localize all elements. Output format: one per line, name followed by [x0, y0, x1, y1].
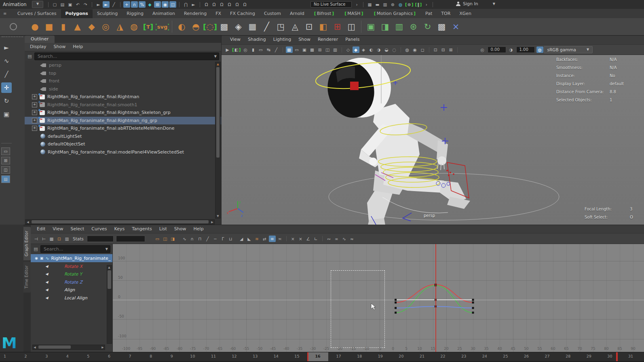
pre-infinity-cycle-icon[interactable]: ∾ [325, 236, 332, 242]
spline-tangent-icon[interactable]: ∩ [189, 236, 196, 242]
mirror-icon[interactable]: ◨ [378, 20, 392, 34]
stats-value-field[interactable] [116, 236, 145, 242]
resolution-gate-icon[interactable]: ▣ [301, 46, 308, 53]
shelf-tab-custom[interactable]: Custom [260, 9, 285, 18]
frame-19[interactable]: 19 [372, 354, 389, 358]
grid-toggle-icon[interactable]: ▦ [286, 46, 293, 53]
frame-22[interactable]: 22 [435, 354, 451, 358]
curve-smoothness-icon[interactable]: ∿ [341, 236, 348, 242]
poly-cone-icon[interactable]: ▲ [71, 20, 84, 34]
layout-pane-attr-icon[interactable]: ◫ [1, 166, 10, 174]
snap-projected-center-icon[interactable]: ◆ [146, 1, 153, 8]
expand-inputs-icon[interactable]: › [353, 1, 360, 8]
render-view-icon[interactable]: ▦ [366, 1, 373, 8]
scroll-left-icon[interactable]: ◀ [26, 220, 30, 224]
outliner-item-rightman-rig-foranimate-final-rightman-rig-grp[interactable]: +RightMan_Rig_foranimate_final:Rightman_… [25, 117, 221, 125]
motion-blur-icon[interactable]: ◌ [391, 46, 398, 53]
shelf-options-icon[interactable] [10, 23, 17, 30]
step-tangent-icon[interactable]: Γ [220, 236, 226, 242]
frame-12[interactable]: 12 [226, 354, 243, 358]
new-scene-icon[interactable]: ▢ [51, 1, 58, 8]
keyframe[interactable] [395, 299, 397, 301]
frame-5[interactable]: 5 [80, 354, 96, 358]
poly-cube-icon[interactable]: ■ [42, 20, 56, 34]
keyframe[interactable] [395, 307, 397, 309]
bridge-icon[interactable]: ◧ [317, 20, 330, 34]
vertical-scrollbar[interactable]: ▲▼ [215, 62, 221, 219]
poly-type-icon[interactable]: T [141, 20, 155, 34]
horizontal-scrollbar[interactable]: ◀ ▶ [32, 345, 105, 350]
frame-11[interactable]: 11 [205, 354, 222, 358]
isolate-select-icon[interactable]: ◻ [419, 46, 426, 53]
shelf-tab-polygons[interactable]: Polygons [61, 9, 93, 18]
expand-toggle-icon[interactable]: + [32, 126, 37, 131]
visibility-icon[interactable]: ◉ [35, 256, 38, 260]
outliner-item-rightman-rig-foranimate-final-modelpanel4viewselectedset[interactable]: RightMan_Rig_foranimate_final:modelPanel… [25, 148, 221, 156]
mute-toggle-icon[interactable]: ◀ [45, 264, 48, 268]
graph-editor-menu-select[interactable]: Select [67, 225, 88, 233]
safe-title-icon[interactable]: ▥ [332, 46, 339, 53]
layout-four-pane-icon[interactable]: ⊞ [1, 157, 10, 164]
outliner-item-side[interactable]: side [25, 85, 221, 93]
frame-18[interactable]: 18 [351, 354, 367, 358]
outliner-tab[interactable]: Outliner [25, 36, 55, 43]
safe-action-icon[interactable]: ◫ [324, 46, 331, 53]
value-snap-icon[interactable]: ≍ [277, 236, 283, 242]
expand-toggle-icon[interactable]: + [32, 94, 37, 99]
flat-tangent-icon[interactable]: ─ [212, 236, 219, 242]
frame-17[interactable]: 17 [331, 354, 347, 358]
frame-14[interactable]: 14 [268, 354, 284, 358]
channel-rotate-x[interactable]: ◀Rotate X [31, 262, 112, 270]
make-live-icon[interactable]: ◉ [162, 1, 169, 8]
channel-tree-root[interactable]: ◉ ▣ ∿ RightMan_Rig_foranimate_ [31, 254, 112, 262]
free-tangent-weight-icon[interactable]: ∠ [305, 236, 312, 242]
lock-tangent-weight-icon[interactable]: ∟ [312, 236, 319, 242]
highlight-selection-icon[interactable]: ► [190, 1, 197, 8]
expand-outputs-icon[interactable]: › [423, 1, 430, 8]
contrast-icon[interactable]: ◑ [508, 46, 515, 53]
snap-point-icon[interactable]: % [139, 1, 146, 8]
symmetry-icon[interactable]: ◫ [169, 1, 176, 8]
poly-pipe-icon[interactable]: ◍ [127, 20, 141, 34]
graph-editor-menu-view[interactable]: View [49, 225, 67, 233]
paint-select-icon[interactable]: ╱ [110, 1, 117, 8]
lock-selection-icon[interactable]: ⋂ [182, 1, 189, 8]
camera-attributes-icon[interactable]: ◎ [242, 46, 249, 53]
channel-search-input[interactable] [40, 245, 110, 253]
undo-icon[interactable]: ↶ [74, 1, 81, 8]
rotate-tool-icon[interactable]: ↻ [1, 96, 12, 106]
outliner-item-persp[interactable]: persp [25, 61, 221, 69]
mute-toggle-icon[interactable]: ◀ [45, 272, 48, 276]
shelf-tab-motion-graphics[interactable]: [Motion Graphics] [369, 9, 421, 18]
lattice-deform-keys-icon[interactable]: ▦ [48, 236, 55, 242]
snap-magnet-center-icon[interactable]: Ω [234, 1, 241, 8]
channel-rotate-z[interactable]: ◀Rotate Z [31, 278, 112, 286]
mute-toggle-icon[interactable]: ◀ [45, 288, 48, 292]
poly-sphere-icon[interactable]: ● [28, 20, 42, 34]
field-chart-icon[interactable]: ⊞ [317, 46, 323, 53]
frame-8[interactable]: 8 [143, 354, 159, 358]
unify-tangents-icon[interactable]: × [297, 236, 304, 242]
poly-torus-icon[interactable]: ◎ [99, 20, 112, 34]
outliner-item-front[interactable]: front [25, 77, 221, 85]
outliner-menu-display[interactable]: Display [26, 43, 50, 51]
side-tab-time-editor[interactable]: Time Editor [23, 261, 31, 293]
grease-pencil-icon[interactable]: ╱ [273, 46, 280, 53]
move-tool-icon[interactable]: ✛ [1, 82, 12, 93]
select-camera-icon[interactable]: ▶ [224, 46, 231, 53]
lock-camera-icon[interactable]: ◧ [232, 46, 241, 53]
snap-view-plane-icon[interactable]: ⊞ [154, 1, 161, 8]
platonic-solid-icon[interactable]: ◓ [189, 20, 203, 34]
viewport-menu-shading[interactable]: Shading [244, 36, 270, 44]
frame-21[interactable]: 21 [414, 354, 430, 358]
xray-icon[interactable]: ◍ [404, 46, 411, 53]
scroll-down-icon[interactable]: ▼ [216, 214, 220, 218]
break-tangents-icon[interactable]: × [289, 236, 296, 242]
sweep-mesh-icon[interactable]: ◌ [203, 20, 217, 34]
save-scene-icon[interactable]: ▣ [67, 1, 74, 8]
textured-icon[interactable]: ◈ [360, 46, 367, 53]
menu-set-selector[interactable]: Animation [0, 2, 32, 7]
image-plane-icon[interactable]: ▭ [258, 46, 264, 53]
viewport-menu-renderer[interactable]: Renderer [314, 36, 342, 44]
select-object-icon[interactable]: ► [103, 1, 110, 8]
